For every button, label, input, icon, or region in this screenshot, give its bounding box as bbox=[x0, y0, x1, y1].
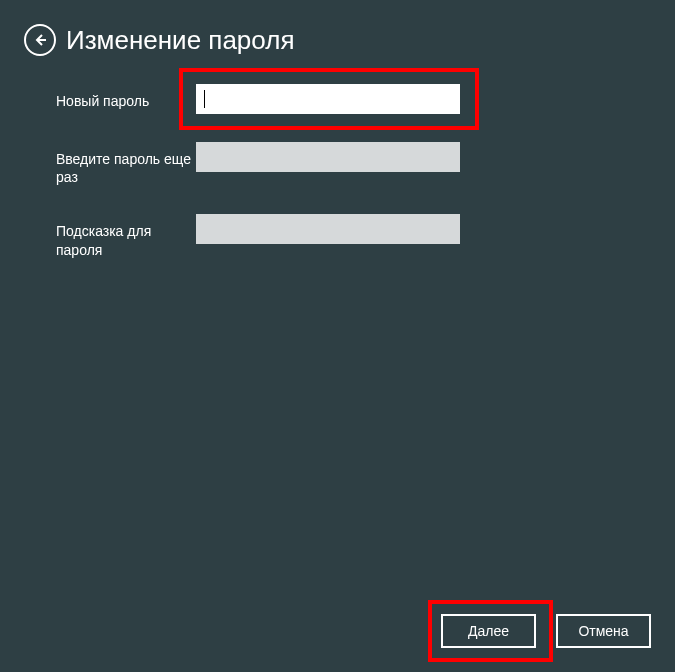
form-row-hint: Подсказка для пароля bbox=[56, 214, 675, 258]
arrow-left-icon bbox=[32, 32, 48, 48]
new-password-input-wrapper bbox=[196, 84, 460, 114]
hint-label: Подсказка для пароля bbox=[56, 214, 196, 258]
header: Изменение пароля bbox=[0, 0, 675, 56]
hint-input[interactable] bbox=[196, 214, 460, 244]
confirm-password-input[interactable] bbox=[196, 142, 460, 172]
cancel-button[interactable]: Отмена bbox=[556, 614, 651, 648]
next-button[interactable]: Далее bbox=[441, 614, 536, 648]
new-password-label: Новый пароль bbox=[56, 84, 196, 110]
form-row-new-password: Новый пароль bbox=[56, 84, 675, 114]
back-button[interactable] bbox=[24, 24, 56, 56]
text-cursor bbox=[204, 90, 205, 108]
next-button-wrapper: Далее bbox=[441, 614, 536, 648]
confirm-password-input-wrapper bbox=[196, 142, 460, 172]
cancel-button-wrapper: Отмена bbox=[556, 614, 651, 648]
hint-input-wrapper bbox=[196, 214, 460, 244]
page-title: Изменение пароля bbox=[66, 25, 294, 56]
button-bar: Далее Отмена bbox=[441, 614, 651, 648]
form-row-confirm-password: Введите пароль еще раз bbox=[56, 142, 675, 186]
new-password-input[interactable] bbox=[196, 84, 460, 114]
confirm-password-label: Введите пароль еще раз bbox=[56, 142, 196, 186]
form-area: Новый пароль Введите пароль еще раз Подс… bbox=[0, 56, 675, 259]
